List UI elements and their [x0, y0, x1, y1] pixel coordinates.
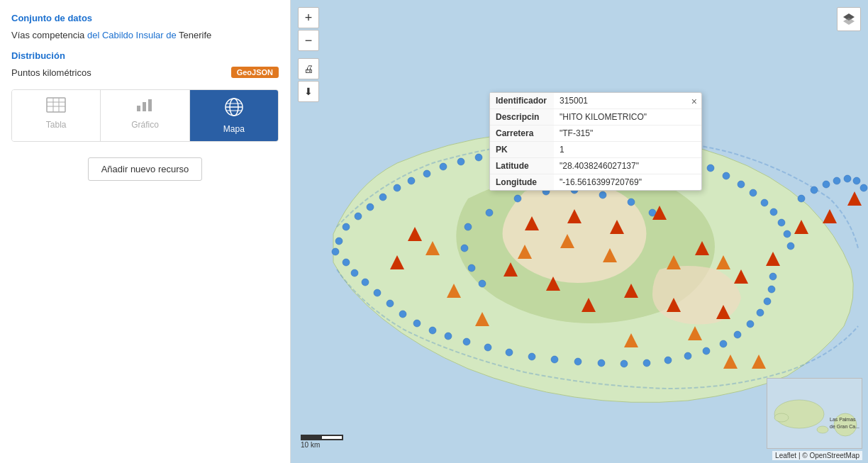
layer-button[interactable] — [837, 7, 861, 31]
popup-value: "TF-315" — [554, 125, 701, 142]
add-resource-button[interactable]: Añadir nuevo recurso — [88, 157, 203, 181]
popup-row: PK1 — [490, 142, 701, 158]
svg-point-38 — [750, 189, 757, 196]
popup-row: Carretera"TF-315" — [490, 125, 701, 142]
popup-key: Descripcin — [490, 109, 554, 125]
svg-point-49 — [853, 177, 860, 184]
zoom-in-button[interactable]: + — [298, 7, 319, 28]
popup-key: Longitude — [490, 174, 554, 191]
svg-point-21 — [440, 163, 447, 170]
svg-marker-123 — [843, 18, 855, 25]
svg-point-83 — [628, 199, 635, 206]
print-button[interactable]: 🖨 — [298, 58, 319, 79]
popup-key: PK — [490, 142, 554, 158]
svg-point-72 — [720, 340, 727, 347]
svg-point-22 — [457, 158, 464, 165]
svg-point-55 — [386, 300, 394, 307]
svg-point-35 — [707, 164, 714, 172]
mini-map: Las Palmas de Gran Ca... — [767, 378, 862, 449]
svg-point-50 — [860, 184, 867, 191]
svg-point-53 — [362, 279, 369, 286]
download-button[interactable]: ⬇ — [298, 81, 319, 102]
attribution-text: Leaflet | © OpenStreetMap — [775, 452, 859, 459]
sidebar: Conjunto de datos Vías competencia del C… — [0, 0, 291, 463]
distribution-row: Puntos kilométricos GeoJSON — [11, 67, 279, 78]
popup-row: Longitude"-16.5616399720769" — [490, 174, 701, 191]
svg-point-60 — [463, 338, 470, 345]
svg-point-128 — [817, 426, 828, 433]
map-attribution: Leaflet | © OpenStreetMap — [772, 451, 862, 460]
geojson-badge: GeoJSON — [231, 67, 279, 78]
tab-grafico[interactable]: Gráfico — [101, 90, 189, 141]
svg-point-57 — [413, 320, 421, 327]
svg-point-67 — [621, 360, 628, 367]
zoom-out-button[interactable]: − — [298, 30, 319, 51]
svg-point-75 — [757, 309, 764, 316]
svg-point-17 — [379, 194, 386, 201]
distribution-name: Puntos kilométricos — [11, 67, 91, 78]
popup-table: Identificador315001Descripcin"HITO KILOM… — [490, 93, 701, 190]
svg-rect-6 — [143, 102, 146, 111]
svg-point-76 — [764, 298, 771, 305]
svg-point-36 — [723, 172, 730, 179]
tab-mapa[interactable]: Mapa — [190, 90, 278, 141]
svg-point-15 — [355, 213, 362, 220]
svg-point-43 — [787, 242, 794, 250]
mini-map-svg: Las Palmas de Gran Ca... — [767, 379, 862, 449]
popup-value: "-16.5616399720769" — [554, 174, 701, 191]
popup-value: "HITO KILOMETRICO" — [554, 109, 701, 125]
svg-point-127 — [774, 413, 789, 422]
svg-point-41 — [778, 219, 785, 226]
scale-bar: 10 km — [301, 435, 343, 449]
svg-point-69 — [664, 357, 672, 364]
tab-tabla[interactable]: Tabla — [12, 90, 101, 141]
popup-key: Identificador — [490, 93, 554, 109]
svg-point-86 — [464, 223, 472, 230]
svg-point-42 — [784, 230, 791, 238]
svg-point-54 — [374, 289, 381, 296]
svg-point-51 — [343, 259, 350, 266]
tab-grafico-label: Gráfico — [131, 120, 159, 130]
svg-text:Las Palmas: Las Palmas — [830, 417, 856, 422]
popup-value: 1 — [554, 142, 701, 158]
svg-point-37 — [738, 181, 745, 188]
svg-point-63 — [528, 353, 535, 360]
mapa-icon — [224, 97, 244, 121]
popup-row: Identificador315001 — [490, 93, 701, 109]
dataset-title-part1: Vías competencia — [11, 30, 87, 40]
svg-rect-0 — [47, 98, 65, 112]
svg-point-20 — [423, 170, 430, 177]
svg-point-89 — [479, 280, 486, 287]
svg-point-19 — [408, 177, 415, 184]
view-tabs: Tabla Gráfico Ma — [11, 89, 279, 142]
svg-point-90 — [335, 238, 343, 245]
svg-point-58 — [429, 327, 436, 334]
svg-point-61 — [484, 344, 491, 351]
scale-box — [301, 435, 343, 440]
svg-point-18 — [394, 184, 401, 191]
svg-point-14 — [343, 223, 350, 230]
map-controls: + − 🖨 ⬇ — [298, 7, 319, 102]
svg-point-40 — [770, 208, 777, 216]
map-area[interactable]: + − 🖨 ⬇ × Identificador315001Descripcin"… — [291, 0, 868, 463]
dataset-label: Conjunto de datos — [11, 13, 279, 23]
svg-point-62 — [506, 349, 513, 356]
svg-point-91 — [332, 248, 339, 255]
popup-row: Latitude"28.4038246027137" — [490, 158, 701, 174]
grafico-icon — [135, 97, 155, 117]
svg-point-23 — [475, 154, 482, 161]
svg-point-45 — [811, 186, 818, 194]
map-popup: × Identificador315001Descripcin"HITO KIL… — [489, 92, 702, 191]
popup-value: "28.4038246027137" — [554, 158, 701, 174]
svg-text:de Gran Ca...: de Gran Ca... — [830, 424, 859, 429]
svg-point-47 — [833, 177, 840, 184]
svg-point-16 — [367, 203, 374, 211]
popup-value: 315001 — [554, 93, 701, 109]
svg-point-77 — [768, 286, 775, 293]
svg-point-73 — [734, 331, 741, 338]
tab-tabla-label: Tabla — [46, 120, 67, 130]
popup-key: Latitude — [490, 158, 554, 174]
svg-point-85 — [486, 209, 493, 216]
popup-close-button[interactable]: × — [691, 96, 697, 107]
tab-mapa-label: Mapa — [223, 124, 245, 134]
